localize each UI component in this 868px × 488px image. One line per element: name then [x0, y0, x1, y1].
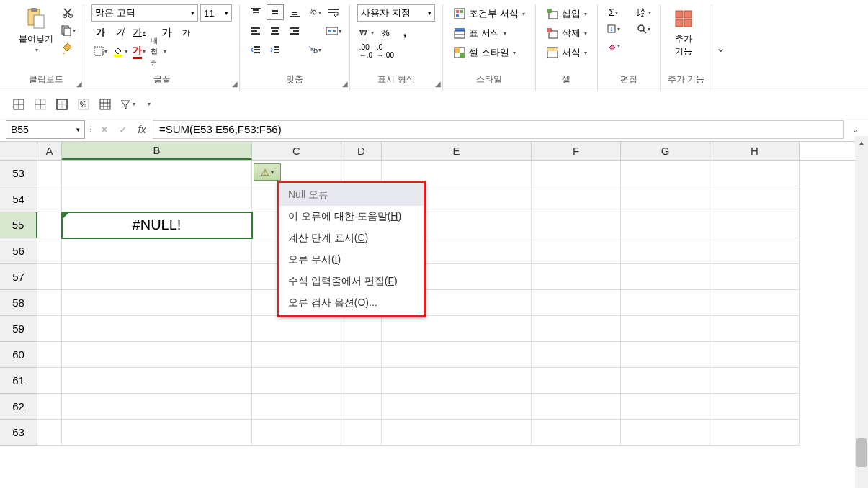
format-button[interactable]: 서식▾: [543, 43, 590, 62]
autosum-button[interactable]: Σ▾: [605, 4, 622, 20]
cell-G53[interactable]: [621, 161, 710, 186]
cell-F61[interactable]: [532, 368, 621, 394]
cell-D61[interactable]: [341, 368, 382, 394]
formula-input[interactable]: =SUM(E53 E56,F53:F56): [153, 120, 844, 139]
decrease-indent-button[interactable]: [247, 42, 264, 58]
cell-C62[interactable]: [252, 394, 341, 420]
cell-A57[interactable]: [37, 264, 62, 290]
cell-B53[interactable]: [62, 161, 252, 186]
paste-button[interactable]: 붙여넣기 ▾: [16, 4, 56, 55]
cut-button[interactable]: [59, 4, 76, 20]
dialog-launcher-icon[interactable]: ◢: [76, 80, 82, 88]
cell-F60[interactable]: [532, 342, 621, 368]
conditional-format-button[interactable]: 조건부 서식▾: [450, 4, 528, 23]
name-box[interactable]: B55▾: [6, 120, 85, 139]
format-painter-button[interactable]: [59, 40, 76, 56]
cell-A59[interactable]: [37, 316, 62, 342]
cell-E59[interactable]: [382, 316, 532, 342]
row-header-55[interactable]: 55: [0, 212, 37, 238]
column-header-G[interactable]: G: [621, 142, 710, 160]
font-size-combo[interactable]: 11▾: [200, 4, 232, 22]
cell-H57[interactable]: [710, 264, 800, 290]
qat-border-all-icon[interactable]: [10, 96, 27, 113]
ctx-item[interactable]: 오류 무시(I): [279, 249, 424, 271]
cell-A54[interactable]: [37, 186, 62, 212]
row-header-59[interactable]: 59: [0, 316, 37, 342]
cell-A55[interactable]: [37, 212, 62, 238]
cell-H56[interactable]: [710, 238, 800, 264]
cell-F59[interactable]: [532, 316, 621, 342]
row-header-57[interactable]: 57: [0, 264, 37, 290]
row-header-61[interactable]: 61: [0, 368, 37, 394]
cell-H61[interactable]: [710, 368, 800, 394]
qat-grid-icon[interactable]: [97, 96, 114, 113]
cell-F55[interactable]: [532, 212, 621, 238]
cell-E62[interactable]: [382, 394, 532, 420]
orientation-vert-button[interactable]: ᵃb▾: [305, 42, 323, 58]
cell-B62[interactable]: [62, 394, 252, 420]
dialog-launcher-icon[interactable]: ◢: [435, 80, 441, 88]
ctx-item[interactable]: 오류 검사 옵션(O)...: [279, 292, 424, 314]
accounting-button[interactable]: ₩▾: [357, 24, 375, 40]
cell-B54[interactable]: [62, 186, 252, 212]
shrink-font-button[interactable]: 가: [177, 24, 194, 40]
cell-B55[interactable]: #NULL!: [62, 212, 252, 238]
fill-color-button[interactable]: ▾: [111, 43, 128, 59]
qat-border-inside-icon[interactable]: [32, 96, 49, 113]
insert-button[interactable]: 삽입▾: [543, 4, 590, 23]
enter-formula-button[interactable]: ✓: [117, 123, 130, 136]
cell-F53[interactable]: [532, 161, 621, 186]
ctx-item[interactable]: 수식 입력줄에서 편집(F): [279, 271, 424, 292]
cell-F62[interactable]: [532, 394, 621, 420]
decrease-decimal-button[interactable]: .0→.00: [377, 43, 394, 59]
cell-D60[interactable]: [341, 342, 382, 368]
ribbon-collapse-chevron[interactable]: ⌄: [712, 4, 730, 91]
find-select-button[interactable]: ▾: [635, 21, 653, 37]
row-header-53[interactable]: 53: [0, 161, 37, 186]
row-header-62[interactable]: 62: [0, 394, 37, 420]
cell-B63[interactable]: [62, 420, 252, 446]
align-middle-button[interactable]: [267, 4, 284, 20]
cell-B60[interactable]: [62, 342, 252, 368]
cell-B57[interactable]: [62, 264, 252, 290]
underline-button[interactable]: 가▾: [130, 24, 148, 40]
copy-button[interactable]: ▾: [59, 22, 76, 38]
cell-H63[interactable]: [710, 420, 800, 446]
column-header-F[interactable]: F: [532, 142, 621, 160]
qat-filter-icon[interactable]: ▾: [118, 96, 135, 113]
column-header-D[interactable]: D: [341, 142, 382, 160]
align-bottom-button[interactable]: [286, 4, 303, 20]
cell-H53[interactable]: [710, 161, 800, 186]
align-left-button[interactable]: [247, 23, 264, 39]
cell-style-button[interactable]: 셀 스타일▾: [450, 43, 519, 62]
border-button[interactable]: ▾: [91, 43, 109, 59]
qat-more-icon[interactable]: ▾: [140, 96, 157, 113]
column-header-A[interactable]: A: [37, 142, 62, 160]
font-name-combo[interactable]: 맑은 고딕▾: [91, 4, 198, 22]
cell-A63[interactable]: [37, 420, 62, 446]
percent-button[interactable]: %: [377, 24, 394, 40]
cell-C63[interactable]: [252, 420, 341, 446]
align-right-button[interactable]: [286, 23, 303, 39]
cell-G54[interactable]: [621, 186, 710, 212]
fx-button[interactable]: fx: [135, 123, 148, 136]
cell-H60[interactable]: [710, 342, 800, 368]
qat-border-outside-icon[interactable]: [53, 96, 71, 113]
cell-H58[interactable]: [710, 290, 800, 316]
row-header-58[interactable]: 58: [0, 290, 37, 316]
comma-button[interactable]: ,: [396, 24, 413, 40]
cell-H62[interactable]: [710, 394, 800, 420]
cell-B56[interactable]: [62, 238, 252, 264]
cell-D63[interactable]: [341, 420, 382, 446]
cell-G61[interactable]: [621, 368, 710, 394]
increase-decimal-button[interactable]: .00←.0: [357, 43, 375, 59]
column-header-C[interactable]: C: [252, 142, 341, 160]
increase-indent-button[interactable]: [267, 42, 284, 58]
vertical-scrollbar[interactable]: ▲: [855, 136, 868, 488]
align-top-button[interactable]: [247, 4, 264, 20]
cell-H54[interactable]: [710, 186, 800, 212]
select-all-corner[interactable]: [0, 142, 37, 160]
cell-G60[interactable]: [621, 342, 710, 368]
cell-A62[interactable]: [37, 394, 62, 420]
cell-F54[interactable]: [532, 186, 621, 212]
